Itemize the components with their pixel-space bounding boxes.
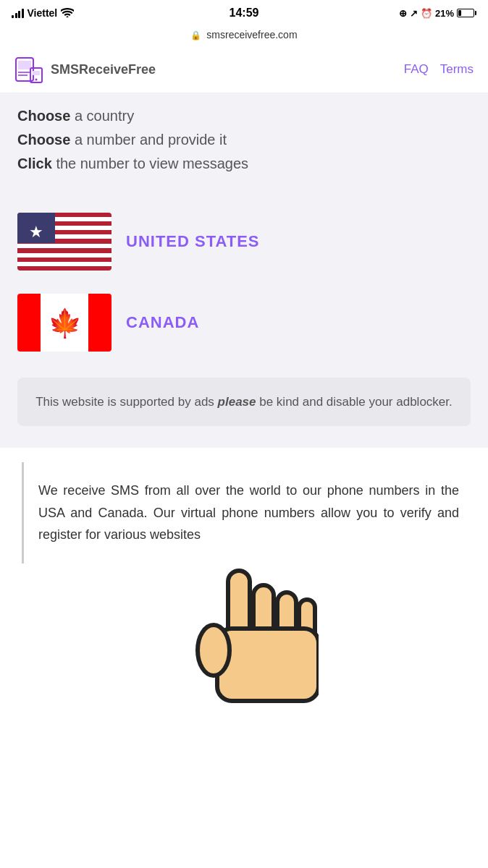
site-header: SMSReceiveFree FAQ Terms [0, 46, 488, 93]
instruction-line-3: Click the number to view messages [17, 156, 471, 172]
status-bar: Viettel 14:59 ⊕ ↗ ⏰ 21% [0, 0, 488, 26]
lock-icon: 🔒 [190, 30, 201, 41]
instruction-line-2: Choose a number and provide it [17, 132, 471, 148]
arrow-icon: ↗ [410, 8, 418, 19]
logo-area[interactable]: SMSReceiveFree [14, 55, 156, 84]
url-text: smsreceivefree.com [206, 29, 297, 41]
canada-country-name: CANADA [126, 313, 199, 332]
instructions-section: Choose a country Choose a number and pro… [17, 108, 471, 194]
instruction-2-rest: a number and provide it [75, 132, 227, 148]
svg-rect-22 [253, 585, 274, 650]
battery-icon [457, 9, 476, 17]
instruction-2-bold: Choose [17, 132, 70, 148]
status-time: 14:59 [230, 7, 259, 20]
info-wrapper: We receive SMS from all over the world t… [0, 448, 488, 563]
svg-rect-24 [299, 600, 315, 650]
info-text: We receive SMS from all over the world t… [38, 480, 459, 546]
instruction-3-bold: Click [17, 156, 52, 171]
logo-icon [14, 55, 43, 84]
svg-rect-12 [17, 244, 112, 248]
instruction-1-bold: Choose [17, 108, 70, 124]
svg-text:🍁: 🍁 [48, 307, 83, 340]
svg-rect-18 [17, 294, 41, 352]
main-content: Choose a country Choose a number and pro… [0, 93, 488, 448]
signal-icon [12, 8, 24, 18]
logo-text: SMSReceiveFree [51, 62, 156, 77]
status-right: ⊕ ↗ ⏰ 21% [399, 8, 476, 19]
battery-percent: 21% [435, 8, 454, 19]
svg-rect-6 [33, 71, 40, 75]
instruction-line-1: Choose a country [17, 108, 471, 124]
country-item-us[interactable]: ★ UNITED STATES [17, 201, 471, 282]
svg-rect-19 [88, 294, 112, 352]
status-left: Viettel [12, 7, 74, 20]
svg-rect-14 [17, 262, 112, 266]
instruction-3-rest: the number to view messages [56, 156, 248, 171]
country-item-canada[interactable]: 🍁 CANADA [17, 282, 471, 363]
svg-rect-21 [228, 571, 250, 643]
svg-text:★: ★ [29, 223, 43, 241]
alarm-icon: ⏰ [421, 8, 432, 19]
canada-flag: 🍁 [17, 294, 112, 352]
cursor-overlay [159, 542, 319, 744]
svg-rect-25 [217, 629, 319, 701]
location-icon: ⊕ [399, 8, 407, 19]
faq-link[interactable]: FAQ [404, 62, 429, 77]
svg-rect-23 [277, 592, 296, 650]
svg-point-26 [198, 625, 230, 676]
instruction-1-rest: a country [75, 108, 134, 124]
terms-link[interactable]: Terms [440, 62, 474, 77]
address-bar[interactable]: 🔒 smsreceivefree.com [0, 26, 488, 46]
info-section: We receive SMS from all over the world t… [22, 462, 474, 563]
svg-point-7 [35, 79, 38, 81]
us-flag: ★ [17, 213, 112, 271]
carrier-name: Viettel [28, 7, 58, 19]
nav-links: FAQ Terms [404, 62, 474, 77]
wifi-icon [61, 7, 74, 20]
ad-notice-text: This website is supported by ads please … [35, 395, 453, 409]
svg-rect-13 [17, 253, 112, 258]
us-country-name: UNITED STATES [126, 232, 260, 251]
country-section: ★ UNITED STATES 🍁 CANADA [17, 194, 471, 370]
ad-notice: This website is supported by ads please … [17, 378, 471, 426]
svg-rect-2 [18, 61, 31, 69]
svg-point-0 [67, 16, 69, 17]
